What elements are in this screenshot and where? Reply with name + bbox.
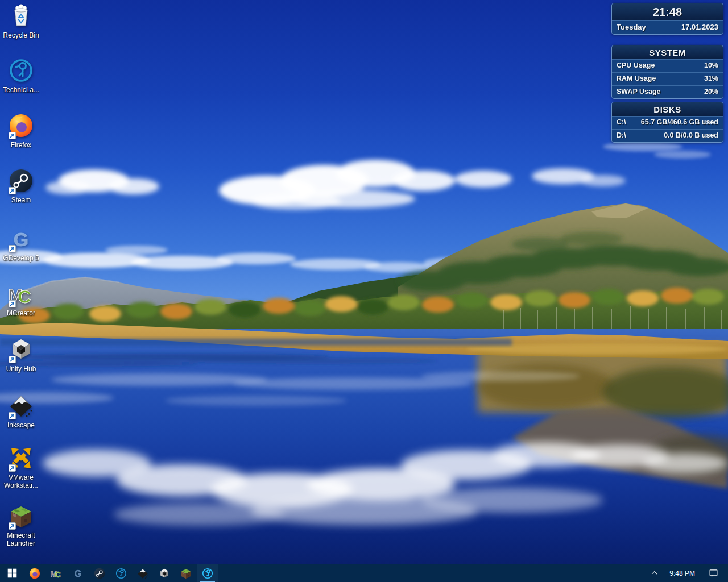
disk-c-row: C:\ 65.7 GB/460.6 GB used bbox=[612, 116, 723, 129]
swap-usage-label: SWAP Usage bbox=[617, 88, 661, 95]
technic-launcher-icon bbox=[115, 567, 127, 580]
disks-panel: DISKS C:\ 65.7 GB/460.6 GB used D:\ 0.0 … bbox=[611, 102, 723, 143]
desktop-icon-inkscape[interactable]: Inkscape bbox=[1, 392, 42, 429]
cpu-usage-value: 10% bbox=[704, 61, 718, 69]
desktop-icon-label: TechnicLa... bbox=[1, 86, 42, 94]
recycle-bin-icon bbox=[7, 2, 35, 30]
desktop-icon-label: Inkscape bbox=[1, 421, 42, 429]
disk-d-label: D:\ bbox=[617, 131, 626, 139]
cpu-usage-label: CPU Usage bbox=[617, 61, 655, 69]
technic-launcher-icon bbox=[201, 567, 214, 580]
desktop-icon-label: Unity Hub bbox=[1, 365, 42, 373]
desktop-icon-technic-launcher[interactable]: TechnicLa... bbox=[1, 57, 42, 94]
show-desktop-button[interactable] bbox=[725, 564, 728, 582]
inkscape-icon bbox=[136, 567, 149, 580]
desktop-icon-label: Firefox bbox=[1, 141, 42, 149]
desktop-icon-label: Recycle Bin bbox=[1, 31, 42, 39]
shortcut-arrow-icon bbox=[9, 187, 16, 194]
taskbar-technic-launcher-active-button[interactable] bbox=[197, 564, 218, 582]
taskbar-minecraft-button[interactable] bbox=[175, 564, 197, 582]
desktop-icon-steam[interactable]: Steam bbox=[1, 167, 42, 204]
desktop-icon-minecraft-launcher[interactable]: Minecraft Launcher bbox=[1, 502, 42, 547]
shortcut-arrow-icon bbox=[9, 300, 16, 307]
clock-panel: 21:48 Tuesday 17.01.2023 bbox=[611, 3, 723, 35]
clock-time: 21:48 bbox=[612, 3, 723, 20]
swap-usage-value: 20% bbox=[704, 88, 718, 95]
technic-launcher-icon bbox=[7, 57, 35, 84]
clock-date: 17.01.2023 bbox=[681, 23, 718, 31]
shortcut-arrow-icon bbox=[9, 522, 16, 530]
tray-chevron-button[interactable] bbox=[646, 564, 663, 582]
shortcut-arrow-icon bbox=[9, 132, 16, 139]
desktop-icon-label: Steam bbox=[1, 196, 42, 204]
desktop-icon-label: Minecraft Launcher bbox=[1, 531, 42, 547]
desktop-icon-recycle-bin[interactable]: Recycle Bin bbox=[1, 2, 42, 39]
system-tray: 9:48 PM bbox=[646, 564, 728, 582]
disk-c-value: 65.7 GB/460.6 GB used bbox=[641, 118, 718, 126]
taskbar: 9:48 PM bbox=[0, 564, 728, 582]
disk-c-label: C:\ bbox=[617, 118, 626, 126]
taskbar-inkscape-button[interactable] bbox=[132, 564, 154, 582]
desktop-icon-vmware-workstation[interactable]: VMware Workstati... bbox=[1, 444, 42, 489]
desktop-icon-mcreator[interactable]: MCreator bbox=[1, 280, 42, 317]
desktop-icon-gdevelop[interactable]: GDevelop 5 bbox=[1, 225, 42, 262]
shortcut-arrow-icon bbox=[9, 245, 16, 252]
shortcut-arrow-icon bbox=[9, 412, 16, 419]
action-center-icon bbox=[709, 568, 718, 578]
mcreator-icon bbox=[50, 567, 63, 580]
desktop-icon-label: GDevelop 5 bbox=[1, 254, 42, 262]
chevron-up-icon bbox=[651, 569, 658, 577]
taskbar-unity-hub-button[interactable] bbox=[154, 564, 175, 582]
taskbar-technic-launcher-button[interactable] bbox=[110, 564, 132, 582]
clock-day: Tuesday bbox=[617, 23, 646, 31]
minecraft-icon bbox=[180, 567, 192, 580]
ram-usage-value: 31% bbox=[704, 74, 718, 82]
system-panel-title: SYSTEM bbox=[612, 45, 723, 59]
ram-usage-row: RAM Usage 31% bbox=[612, 72, 723, 85]
system-monitor-widget: 21:48 Tuesday 17.01.2023 SYSTEM CPU Usag… bbox=[611, 3, 723, 143]
desktop-screen: G M C bbox=[0, 0, 728, 582]
firefox-icon bbox=[28, 567, 41, 580]
start-button[interactable] bbox=[0, 564, 24, 582]
shortcut-arrow-icon bbox=[9, 464, 16, 472]
tray-clock[interactable]: 9:48 PM bbox=[663, 564, 702, 582]
desktop-icon-unity-hub[interactable]: Unity Hub bbox=[1, 336, 42, 373]
desktop-icon-label: VMware Workstati... bbox=[1, 473, 42, 489]
ram-usage-label: RAM Usage bbox=[617, 74, 656, 82]
desktop-icon-label: MCreator bbox=[1, 309, 42, 317]
windows-logo-icon bbox=[7, 568, 17, 578]
gdevelop-icon bbox=[72, 567, 84, 580]
swap-usage-row: SWAP Usage 20% bbox=[612, 85, 723, 98]
taskbar-mcreator-button[interactable] bbox=[46, 564, 67, 582]
cpu-usage-row: CPU Usage 10% bbox=[612, 59, 723, 72]
taskbar-gdevelop-button[interactable] bbox=[67, 564, 89, 582]
shortcut-arrow-icon bbox=[9, 356, 16, 363]
disk-d-row: D:\ 0.0 B/0.0 B used bbox=[612, 129, 723, 142]
unity-hub-icon bbox=[158, 567, 171, 580]
steam-icon bbox=[93, 567, 106, 580]
taskbar-steam-button[interactable] bbox=[89, 564, 110, 582]
system-panel: SYSTEM CPU Usage 10% RAM Usage 31% SWAP … bbox=[611, 45, 723, 99]
disks-panel-title: DISKS bbox=[612, 102, 723, 116]
action-center-button[interactable] bbox=[702, 564, 725, 582]
desktop-icon-firefox[interactable]: Firefox bbox=[1, 112, 42, 149]
taskbar-firefox-button[interactable] bbox=[24, 564, 46, 582]
disk-d-value: 0.0 B/0.0 B used bbox=[664, 131, 718, 139]
